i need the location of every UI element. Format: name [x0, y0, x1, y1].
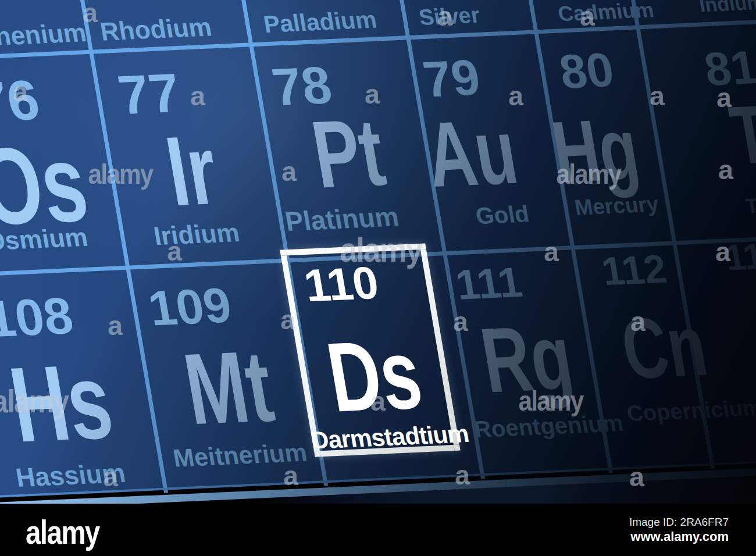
- alamy-footer-bar: alamy Image ID: 2RA6FR7 www.alamy.com: [0, 504, 756, 556]
- alamy-url-text: www.alamy.com: [630, 530, 729, 543]
- element-name: Darmstadtium: [309, 422, 461, 452]
- element-symbol: Ds: [302, 337, 448, 414]
- image-id-text: Image ID: 2RA6FR7: [629, 516, 729, 528]
- atomic-number: 110: [301, 260, 381, 309]
- alamy-logo: alamy: [26, 515, 99, 549]
- stock-photo-canvas: RutheniumRhodiumPalladiumSilverCadmiumIn…: [0, 0, 756, 556]
